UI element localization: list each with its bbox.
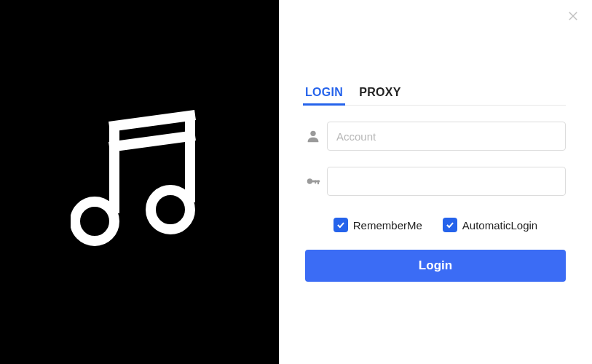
password-input[interactable] (327, 167, 566, 196)
key-icon (305, 173, 327, 189)
tabs: LOGIN PROXY (305, 86, 566, 106)
music-note-icon (71, 108, 209, 256)
brand-panel (0, 0, 279, 364)
close-icon (567, 9, 580, 25)
close-button[interactable] (564, 9, 582, 26)
person-icon (305, 128, 327, 144)
svg-point-9 (307, 178, 312, 183)
tab-login[interactable]: LOGIN (305, 86, 343, 105)
remember-me-checkbox[interactable]: RememberMe (334, 218, 422, 232)
svg-point-8 (310, 131, 315, 136)
checkbox-checked-icon (443, 218, 457, 232)
login-panel: LOGIN PROXY Remem (279, 0, 592, 364)
svg-point-5 (151, 190, 190, 229)
checkbox-checked-icon (334, 218, 348, 232)
automatic-login-checkbox[interactable]: AutomaticLogin (443, 218, 537, 232)
svg-line-3 (109, 135, 195, 147)
svg-rect-12 (315, 181, 316, 184)
svg-rect-11 (317, 181, 319, 185)
tab-proxy[interactable]: PROXY (359, 86, 401, 105)
login-button[interactable]: Login (305, 250, 566, 282)
account-input[interactable] (327, 122, 566, 151)
svg-point-4 (75, 202, 114, 241)
svg-line-2 (109, 115, 195, 127)
automatic-login-label: AutomaticLogin (462, 219, 537, 232)
remember-me-label: RememberMe (353, 219, 422, 232)
